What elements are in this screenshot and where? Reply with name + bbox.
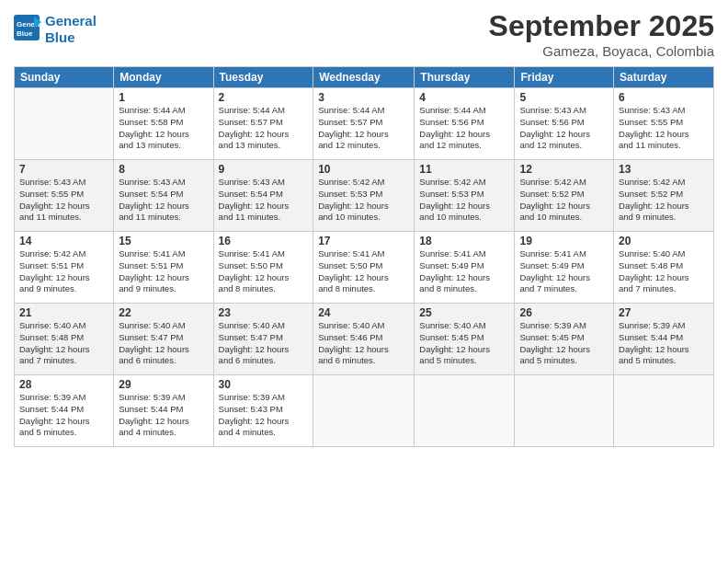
calendar-week-row-2: 14Sunrise: 5:42 AM Sunset: 5:51 PM Dayli… [15,232,714,304]
day-info: Sunrise: 5:39 AM Sunset: 5:43 PM Dayligh… [219,392,309,439]
calendar-cell-w0-d5: 5Sunrise: 5:43 AM Sunset: 5:56 PM Daylig… [515,88,614,160]
day-number: 25 [419,306,509,319]
day-number: 6 [619,91,709,104]
day-number: 28 [19,378,108,391]
day-info: Sunrise: 5:40 AM Sunset: 5:47 PM Dayligh… [119,320,208,367]
calendar-cell-w2-d5: 19Sunrise: 5:41 AM Sunset: 5:49 PM Dayli… [515,232,614,304]
calendar-cell-w0-d0 [15,88,114,160]
logo-icon: General Blue [14,15,41,40]
day-number: 22 [119,306,208,319]
day-info: Sunrise: 5:44 AM Sunset: 5:57 PM Dayligh… [318,105,409,152]
calendar-cell-w3-d3: 24Sunrise: 5:40 AM Sunset: 5:46 PM Dayli… [313,304,415,375]
logo-text-line1: General [45,13,97,29]
calendar-cell-w4-d6 [614,375,714,447]
logo-text-line2: Blue [45,29,97,46]
day-number: 3 [318,91,409,104]
calendar-cell-w2-d4: 18Sunrise: 5:41 AM Sunset: 5:49 PM Dayli… [415,232,515,304]
calendar-cell-w1-d4: 11Sunrise: 5:42 AM Sunset: 5:53 PM Dayli… [415,160,515,232]
day-info: Sunrise: 5:41 AM Sunset: 5:51 PM Dayligh… [119,248,208,295]
calendar-week-row-4: 28Sunrise: 5:39 AM Sunset: 5:44 PM Dayli… [15,375,714,447]
day-info: Sunrise: 5:40 AM Sunset: 5:45 PM Dayligh… [419,320,509,367]
day-info: Sunrise: 5:40 AM Sunset: 5:48 PM Dayligh… [19,320,108,367]
calendar-cell-w2-d3: 17Sunrise: 5:41 AM Sunset: 5:50 PM Dayli… [313,232,415,304]
day-number: 24 [318,306,409,319]
day-info: Sunrise: 5:40 AM Sunset: 5:48 PM Dayligh… [619,248,709,295]
header-saturday: Saturday [614,67,714,88]
calendar-cell-w1-d2: 9Sunrise: 5:43 AM Sunset: 5:54 PM Daylig… [213,160,313,232]
header-monday: Monday [114,67,213,88]
header: General Blue General Blue September 2025… [14,9,714,59]
day-info: Sunrise: 5:43 AM Sunset: 5:54 PM Dayligh… [119,177,208,224]
title-block: September 2025 Gameza, Boyaca, Colombia [489,9,714,59]
calendar-cell-w0-d6: 6Sunrise: 5:43 AM Sunset: 5:55 PM Daylig… [614,88,714,160]
day-info: Sunrise: 5:44 AM Sunset: 5:57 PM Dayligh… [219,105,309,152]
day-info: Sunrise: 5:43 AM Sunset: 5:55 PM Dayligh… [19,177,108,224]
calendar-cell-w1-d5: 12Sunrise: 5:42 AM Sunset: 5:52 PM Dayli… [515,160,614,232]
header-sunday: Sunday [15,67,114,88]
calendar-cell-w0-d4: 4Sunrise: 5:44 AM Sunset: 5:56 PM Daylig… [415,88,515,160]
calendar-cell-w3-d4: 25Sunrise: 5:40 AM Sunset: 5:45 PM Dayli… [415,304,515,375]
calendar-week-row-1: 7Sunrise: 5:43 AM Sunset: 5:55 PM Daylig… [15,160,714,232]
calendar-cell-w3-d5: 26Sunrise: 5:39 AM Sunset: 5:45 PM Dayli… [515,304,614,375]
day-info: Sunrise: 5:42 AM Sunset: 5:53 PM Dayligh… [419,177,509,224]
day-info: Sunrise: 5:41 AM Sunset: 5:50 PM Dayligh… [219,248,309,295]
day-number: 20 [619,235,709,247]
header-tuesday: Tuesday [213,67,313,88]
day-info: Sunrise: 5:39 AM Sunset: 5:44 PM Dayligh… [619,320,709,367]
svg-text:Blue: Blue [17,29,33,38]
location: Gameza, Boyaca, Colombia [489,43,714,59]
day-number: 16 [219,235,309,247]
header-friday: Friday [515,67,614,88]
day-info: Sunrise: 5:44 AM Sunset: 5:58 PM Dayligh… [119,105,208,152]
day-info: Sunrise: 5:42 AM Sunset: 5:51 PM Dayligh… [19,248,108,295]
day-number: 8 [119,163,208,176]
calendar-week-row-0: 1Sunrise: 5:44 AM Sunset: 5:58 PM Daylig… [15,88,714,160]
month-title: September 2025 [489,9,714,43]
calendar-cell-w0-d1: 1Sunrise: 5:44 AM Sunset: 5:58 PM Daylig… [114,88,213,160]
calendar-cell-w4-d4 [415,375,515,447]
calendar-cell-w3-d0: 21Sunrise: 5:40 AM Sunset: 5:48 PM Dayli… [15,304,114,375]
calendar-cell-w3-d6: 27Sunrise: 5:39 AM Sunset: 5:44 PM Dayli… [614,304,714,375]
day-info: Sunrise: 5:41 AM Sunset: 5:49 PM Dayligh… [419,248,509,295]
calendar-table: Sunday Monday Tuesday Wednesday Thursday… [14,66,714,447]
day-info: Sunrise: 5:43 AM Sunset: 5:55 PM Dayligh… [619,105,709,152]
day-number: 10 [318,163,409,176]
day-number: 9 [219,163,309,176]
calendar-week-row-3: 21Sunrise: 5:40 AM Sunset: 5:48 PM Dayli… [15,304,714,375]
day-number: 29 [119,378,208,391]
day-number: 30 [219,378,309,391]
header-wednesday: Wednesday [313,67,415,88]
calendar-cell-w1-d3: 10Sunrise: 5:42 AM Sunset: 5:53 PM Dayli… [313,160,415,232]
calendar-cell-w0-d3: 3Sunrise: 5:44 AM Sunset: 5:57 PM Daylig… [313,88,415,160]
day-info: Sunrise: 5:39 AM Sunset: 5:44 PM Dayligh… [19,392,108,439]
day-number: 2 [219,91,309,104]
day-number: 14 [19,235,108,247]
day-number: 17 [318,235,409,247]
day-number: 19 [519,235,609,247]
day-info: Sunrise: 5:40 AM Sunset: 5:46 PM Dayligh… [318,320,409,367]
day-info: Sunrise: 5:43 AM Sunset: 5:56 PM Dayligh… [519,105,609,152]
day-info: Sunrise: 5:41 AM Sunset: 5:50 PM Dayligh… [318,248,409,295]
page: General Blue General Blue September 2025… [0,0,728,563]
day-info: Sunrise: 5:39 AM Sunset: 5:44 PM Dayligh… [119,392,208,439]
calendar-cell-w1-d6: 13Sunrise: 5:42 AM Sunset: 5:52 PM Dayli… [614,160,714,232]
calendar-cell-w4-d3 [313,375,415,447]
day-number: 21 [19,306,108,319]
calendar-cell-w2-d1: 15Sunrise: 5:41 AM Sunset: 5:51 PM Dayli… [114,232,213,304]
calendar-cell-w2-d0: 14Sunrise: 5:42 AM Sunset: 5:51 PM Dayli… [15,232,114,304]
day-info: Sunrise: 5:39 AM Sunset: 5:45 PM Dayligh… [519,320,609,367]
calendar-cell-w4-d2: 30Sunrise: 5:39 AM Sunset: 5:43 PM Dayli… [213,375,313,447]
day-number: 18 [419,235,509,247]
day-number: 12 [519,163,609,176]
day-number: 27 [619,306,709,319]
calendar-cell-w0-d2: 2Sunrise: 5:44 AM Sunset: 5:57 PM Daylig… [213,88,313,160]
calendar-cell-w3-d1: 22Sunrise: 5:40 AM Sunset: 5:47 PM Dayli… [114,304,213,375]
calendar-cell-w3-d2: 23Sunrise: 5:40 AM Sunset: 5:47 PM Dayli… [213,304,313,375]
day-info: Sunrise: 5:43 AM Sunset: 5:54 PM Dayligh… [219,177,309,224]
day-number: 15 [119,235,208,247]
day-number: 26 [519,306,609,319]
day-number: 7 [19,163,108,176]
day-number: 5 [519,91,609,104]
day-number: 1 [119,91,208,104]
day-number: 23 [219,306,309,319]
